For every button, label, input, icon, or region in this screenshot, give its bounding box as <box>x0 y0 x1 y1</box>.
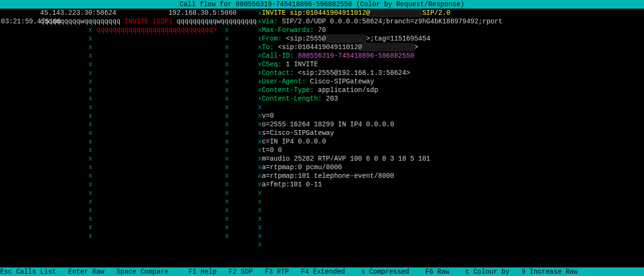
border-x: x <box>258 241 262 248</box>
lane-x: x <box>88 232 92 240</box>
sdp-blank: x <box>258 232 644 240</box>
val-post: >;tag=1151695454 <box>366 35 430 42</box>
hdr: Contact: <box>262 69 294 77</box>
flow-row-empty: x x <box>0 120 258 129</box>
label-compressed: Compressed <box>369 268 409 276</box>
lane-x: x <box>225 69 229 77</box>
hdr: From: <box>262 35 282 42</box>
flow-row-empty: x x <box>0 34 258 43</box>
lane-x: x <box>88 155 92 163</box>
lane-x: x <box>225 78 229 85</box>
lane-x: x <box>225 224 229 231</box>
hdr: Max-Forwards: <box>262 26 314 34</box>
req-post: SIP/2.0 <box>422 9 450 17</box>
flow-row-empty: x x <box>0 232 258 240</box>
lane-x: x <box>88 95 92 102</box>
key-f2[interactable]: F2 <box>229 268 237 276</box>
lane-x: x <box>225 181 229 188</box>
key-f3[interactable]: F3 <box>265 268 273 276</box>
label-compare: Compare <box>140 268 169 276</box>
lane-x: x <box>225 232 229 240</box>
key-space[interactable]: Space <box>116 268 137 276</box>
sip-blank: x <box>258 103 644 112</box>
flow-row-empty: x x <box>0 163 258 172</box>
key-esc[interactable]: Esc <box>0 268 12 276</box>
sdp: a=fmtp:101 0-11 <box>262 181 322 188</box>
flow-row-empty: x x <box>0 137 258 146</box>
sdp-blank: x <box>258 215 644 223</box>
sdp-blank: x <box>258 197 644 206</box>
lane-x: x <box>225 35 229 42</box>
flow-row-empty: x x <box>0 215 258 223</box>
sdp-blank: x <box>258 206 644 215</box>
sip-contact: xContact: <sip:2555@192.168.1.3:58624> <box>258 69 644 77</box>
flow-row-empty: x x <box>0 146 258 154</box>
sdp: s=Cisco-SIPGateway <box>262 129 334 137</box>
flow-row-empty: x x <box>0 86 258 94</box>
key-c[interactable]: c <box>465 268 469 276</box>
flow-row-empty: x x <box>0 60 258 69</box>
sip-from: xFrom: <sip:2555@xxxxxxxxxx>;tag=1151695… <box>258 34 644 43</box>
val: 203 <box>322 95 338 102</box>
sdp-line: xm=audio 25282 RTP/AVP 100 6 0 8 3 18 5 … <box>258 154 644 163</box>
lane-x: x <box>225 164 229 171</box>
sip-request-line: xINVITE sip:010441904911012@xxxxxxxxxxxx… <box>258 9 644 17</box>
border-x: x <box>258 232 262 240</box>
hdr: User-Agent: <box>262 78 306 85</box>
hdr: Content-Type: <box>262 86 314 94</box>
sdp: o=2555 16264 18299 IN IP4 0.0.0.0 <box>262 121 394 128</box>
sdp: c=IN IP4 0.0.0.0 <box>262 138 326 145</box>
sdp: a=rtpmap:101 telephone-event/8000 <box>262 172 394 180</box>
lane-x: x <box>88 181 92 188</box>
flow-row-invite[interactable]: 03:21:59.475106 x INVITE (SDP) x <box>0 17 258 26</box>
lane-x: x <box>209 18 212 25</box>
key-f6[interactable]: F6 <box>425 268 433 276</box>
lane-x: x <box>225 52 229 60</box>
label-extended: Extended <box>313 268 345 276</box>
hdr: To: <box>262 43 274 51</box>
border-x: x <box>258 103 262 111</box>
key-enter[interactable]: Enter <box>68 268 88 276</box>
redacted-host: xxxxxxxxxx <box>326 34 366 43</box>
footer-bar: Esc Calls List Enter Raw Space Compare F… <box>0 267 644 276</box>
val-post: > <box>414 43 418 51</box>
lane-x: x <box>225 138 229 145</box>
sdp-line: xc=IN IP4 0.0.0.0 <box>258 137 644 146</box>
lane-x: x <box>88 26 92 34</box>
sip-to: xTo: <sip:010441904911012@xxxxxxxxxxxxx> <box>258 43 644 51</box>
lane-x: x <box>88 129 92 137</box>
flow-row-empty: x x <box>0 206 258 215</box>
lane-x: x <box>88 52 92 60</box>
lane-x: x <box>88 164 92 171</box>
hdr: Content-Length: <box>262 95 322 102</box>
redacted-host: xxxxxxxxxxxxx <box>370 9 422 17</box>
border-x: x <box>258 198 262 205</box>
sdp-line: xa=fmtp:101 0-11 <box>258 180 644 189</box>
sdp-line: xo=2555 16264 18299 IN IP4 0.0.0.0 <box>258 120 644 129</box>
key-9[interactable]: 9 <box>522 268 526 276</box>
title-bar: Call flow for 880556319-745418896-596882… <box>0 0 644 9</box>
lane-x: x <box>225 95 229 102</box>
sdp: m=audio 25282 RTP/AVP 100 6 0 8 3 18 5 1… <box>262 155 430 163</box>
label-raw2: Raw <box>437 268 449 276</box>
sip-useragent: xUser-Agent: Cisco-SIPGateway <box>258 77 644 86</box>
key-f1[interactable]: F1 <box>189 268 197 276</box>
lane-x: x <box>225 198 229 205</box>
lane-x: x <box>88 224 92 231</box>
key-f4[interactable]: F4 <box>301 268 309 276</box>
sip-cseq: xCSeq: 1 INVITE <box>258 60 644 69</box>
label-increase-raw: Increase Raw <box>529 268 578 276</box>
flow-row-empty: x x <box>0 112 258 120</box>
lane-x: x <box>88 61 92 68</box>
key-s[interactable]: s <box>361 268 365 276</box>
req-pre: INVITE sip:010441904911012@ <box>262 9 370 17</box>
hdr: CSeq: <box>262 61 282 68</box>
lane-x: x <box>88 112 92 120</box>
lane-x: x <box>225 215 229 223</box>
sdp: t=0 0 <box>262 146 282 154</box>
flow-row-empty: x x <box>0 69 258 77</box>
lane-x: x <box>225 61 229 68</box>
lane-x: x <box>225 146 229 154</box>
lane-x: x <box>225 121 229 128</box>
lane-x: x <box>88 198 92 205</box>
